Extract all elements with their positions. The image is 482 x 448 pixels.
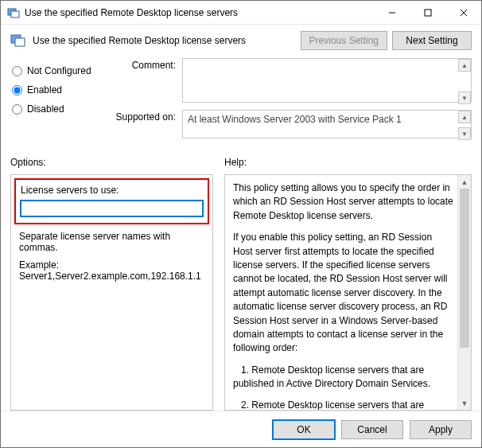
group-policy-dialog: Use the specified Remote Desktop license… <box>0 0 482 448</box>
maximize-button[interactable] <box>410 1 445 24</box>
supported-spin-down-button[interactable]: ▼ <box>458 127 471 140</box>
window-controls <box>374 1 481 24</box>
options-column: Options: License servers to use: Separat… <box>10 150 213 411</box>
options-hint-example: Example: Server1,Server2.example.com,192… <box>19 259 204 282</box>
supported-row: Supported on: At least Windows Server 20… <box>114 110 472 141</box>
highlight-box: License servers to use: <box>14 178 209 224</box>
disabled-option[interactable]: Disabled <box>10 99 114 119</box>
policy-icon <box>10 33 26 49</box>
enabled-radio[interactable] <box>12 85 22 95</box>
scroll-up-button[interactable]: ▲ <box>458 175 471 189</box>
comment-spin-down-button[interactable]: ▼ <box>458 92 471 104</box>
help-text: This policy setting allows you to specif… <box>233 181 463 411</box>
enabled-option[interactable]: Enabled <box>10 80 114 99</box>
enabled-label: Enabled <box>27 84 62 95</box>
window-title: Use the specified Remote Desktop license… <box>25 7 374 18</box>
help-paragraph: 1. Remote Desktop license servers that a… <box>233 364 453 392</box>
dialog-footer: OK Cancel Apply <box>1 411 481 447</box>
not-configured-option[interactable]: Not Configured <box>10 61 114 80</box>
help-heading: Help: <box>224 157 472 168</box>
previous-setting-button[interactable]: Previous Setting <box>301 31 387 50</box>
disabled-label: Disabled <box>27 103 64 115</box>
options-panel: License servers to use: Separate license… <box>10 174 213 411</box>
supported-textarea: At least Windows Server 2003 with Servic… <box>182 110 472 138</box>
fields-column: Comment: ▲ ▼ Supported on: At least Wind… <box>114 58 472 146</box>
help-panel: This policy setting allows you to specif… <box>224 174 472 411</box>
comment-textarea[interactable] <box>182 58 472 103</box>
help-scrollbar[interactable]: ▲ ▼ <box>457 175 471 410</box>
help-paragraph: 2. Remote Desktop license servers that a… <box>233 399 453 411</box>
policy-name: Use the specified Remote Desktop license… <box>33 35 296 46</box>
help-paragraph: If you enable this policy setting, an RD… <box>233 231 453 356</box>
scroll-down-button[interactable]: ▼ <box>458 396 471 410</box>
license-servers-input[interactable] <box>21 201 203 216</box>
ok-button[interactable]: OK <box>273 420 335 439</box>
svg-rect-1 <box>11 11 19 18</box>
main-area: Options: License servers to use: Separat… <box>1 150 481 411</box>
supported-label: Supported on: <box>114 110 182 123</box>
apply-button[interactable]: Apply <box>410 420 472 439</box>
app-icon <box>7 6 20 19</box>
close-button[interactable] <box>445 1 481 24</box>
supported-spinner: ▲ ▼ <box>458 111 471 140</box>
cancel-button[interactable]: Cancel <box>341 420 403 439</box>
license-servers-label: License servers to use: <box>21 185 203 196</box>
disabled-radio[interactable] <box>12 104 22 115</box>
scroll-thumb[interactable] <box>460 189 469 348</box>
not-configured-label: Not Configured <box>27 65 91 76</box>
help-paragraph: This policy setting allows you to specif… <box>233 181 453 223</box>
minimize-button[interactable] <box>374 1 410 24</box>
options-hint-separate: Separate license server names with comma… <box>19 231 204 253</box>
policy-header: Use the specified Remote Desktop license… <box>1 25 481 56</box>
comment-row: Comment: ▲ ▼ <box>114 58 472 105</box>
configuration-area: Not Configured Enabled Disabled Comment:… <box>1 56 481 150</box>
state-radio-group: Not Configured Enabled Disabled <box>10 58 114 146</box>
options-heading: Options: <box>10 157 213 168</box>
svg-rect-7 <box>15 38 25 46</box>
svg-rect-3 <box>425 10 431 16</box>
help-column: Help: This policy setting allows you to … <box>224 150 472 411</box>
supported-spin-up-button[interactable]: ▲ <box>458 111 471 123</box>
comment-spin-up-button[interactable]: ▲ <box>458 59 471 72</box>
comment-label: Comment: <box>114 58 182 71</box>
next-setting-button[interactable]: Next Setting <box>392 31 472 50</box>
comment-spinner: ▲ ▼ <box>458 59 471 104</box>
titlebar: Use the specified Remote Desktop license… <box>1 1 481 25</box>
not-configured-radio[interactable] <box>12 66 22 76</box>
